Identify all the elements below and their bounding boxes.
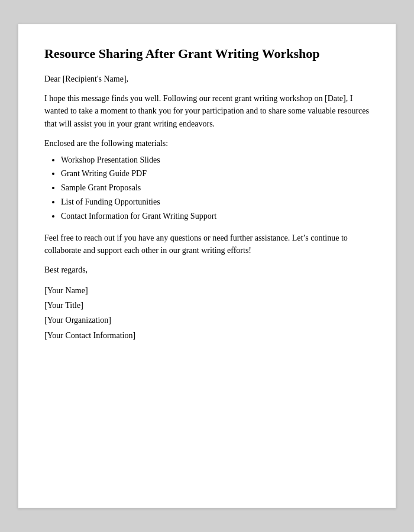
regards: Best regards, xyxy=(44,265,370,275)
document-container: Resource Sharing After Grant Writing Wor… xyxy=(18,24,396,508)
signature-name: [Your Name] xyxy=(44,283,370,298)
closing-paragraph: Feel free to reach out if you have any q… xyxy=(44,232,370,257)
intro-paragraph: I hope this message finds you well. Foll… xyxy=(44,92,370,131)
document-title: Resource Sharing After Grant Writing Wor… xyxy=(44,46,370,63)
signature-block: [Your Name] [Your Title] [Your Organizat… xyxy=(44,283,370,343)
salutation: Dear [Recipient's Name], xyxy=(44,74,370,84)
list-item: Workshop Presentation Slides xyxy=(61,153,370,167)
list-item: Grant Writing Guide PDF xyxy=(61,167,370,181)
signature-contact: [Your Contact Information] xyxy=(44,328,370,343)
list-item: Contact Information for Grant Writing Su… xyxy=(61,209,370,223)
signature-title: [Your Title] xyxy=(44,298,370,313)
signature-organization: [Your Organization] xyxy=(44,313,370,327)
materials-list: Workshop Presentation SlidesGrant Writin… xyxy=(61,153,370,223)
enclosed-label: Enclosed are the following materials: xyxy=(44,139,370,148)
list-item: Sample Grant Proposals xyxy=(61,181,370,195)
list-item: List of Funding Opportunities xyxy=(61,195,370,209)
